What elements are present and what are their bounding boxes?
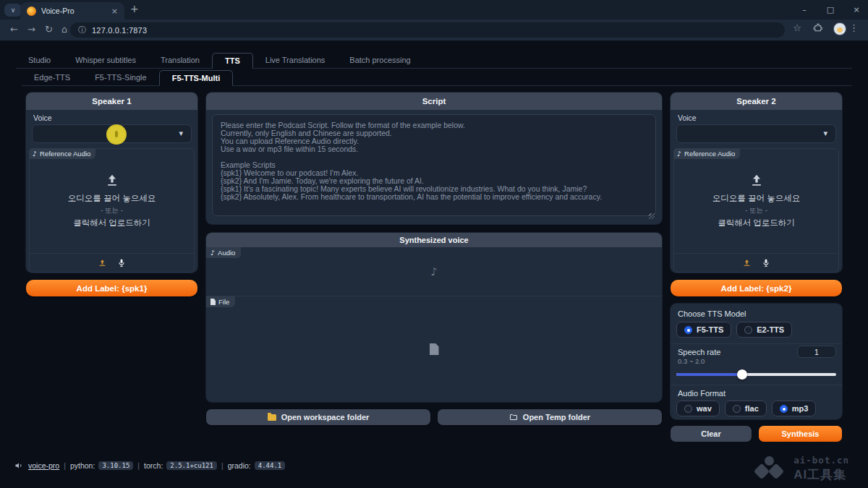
radio-unselected-icon: [733, 405, 741, 413]
folder-outline-icon: [509, 413, 518, 421]
window-controls: – □ ×: [800, 0, 861, 20]
back-icon[interactable]: ←: [10, 24, 18, 35]
voice-pro-favicon-icon: [27, 7, 36, 16]
microphone-icon[interactable]: [762, 258, 770, 267]
radio-mp3-label: mp3: [792, 404, 809, 413]
speaker1-add-label-button[interactable]: Add Label: {spk1}: [26, 280, 197, 296]
tab-search-button[interactable]: ∨: [4, 4, 22, 17]
site-info-icon[interactable]: ⓘ: [78, 25, 86, 35]
file-placeholder-icon: [206, 296, 662, 402]
tab-edge-tts[interactable]: Edge-TTS: [22, 69, 82, 85]
format-radio-group: wav flac mp3: [676, 401, 816, 416]
bookmark-star-icon[interactable]: ☆: [793, 22, 801, 33]
dropzone-line3: 클릭해서 업로드하기: [718, 218, 795, 228]
script-panel: Script Please enter the Podcast Script. …: [206, 93, 662, 224]
dropdown-arrow-icon: ▾: [179, 129, 183, 138]
audio-format-label: Audio Format: [678, 389, 726, 398]
radio-mp3[interactable]: mp3: [772, 401, 817, 416]
open-temp-folder-button[interactable]: Open Temp folder: [438, 409, 662, 425]
window-maximize-icon[interactable]: □: [826, 5, 835, 14]
script-title: Script: [206, 93, 662, 110]
speaker1-source-bar: [30, 253, 194, 272]
speaker2-reference-audio[interactable]: ♪ Reference Audio 오디오를 끌어 놓으세요 - 또는 - 클릭…: [673, 148, 839, 273]
profile-avatar[interactable]: [833, 22, 846, 35]
radio-e2-tts[interactable]: E2-TTS: [736, 322, 792, 338]
slider-knob[interactable]: [737, 369, 747, 380]
speaker2-add-label-button[interactable]: Add Label: {spk2}: [671, 280, 842, 296]
browser-menu-icon[interactable]: ⋮: [849, 22, 859, 33]
voice-pro-link[interactable]: voice-pro: [28, 461, 59, 470]
radio-f5-tts[interactable]: F5-TTS: [676, 322, 731, 338]
script-textarea[interactable]: Please enter the Podcast Script. Follow …: [212, 114, 656, 216]
upload-source-icon[interactable]: [98, 258, 107, 267]
speaker2-voice-label: Voice: [678, 114, 697, 122]
python-version-badge: 3.10.15: [98, 461, 133, 470]
tab-f5-tts-single[interactable]: F5-TTS-Single: [82, 69, 159, 85]
address-bar[interactable]: ⓘ 127.0.0.1:7873: [70, 22, 785, 38]
dropzone-line1: 오디오를 끌어 놓으세요: [68, 193, 156, 204]
speaker2-voice-dropdown[interactable]: ▾: [676, 124, 836, 143]
open-workspace-folder-button[interactable]: Open workspace folder: [206, 409, 430, 425]
microphone-icon[interactable]: [117, 258, 126, 267]
watermark-text: ai-bot.cn AI工具集: [793, 455, 849, 483]
watermark-site: ai-bot.cn: [793, 455, 849, 466]
upload-icon: [749, 174, 764, 188]
synthesized-voice-panel: Synthesized voice ♪ Audio ♪ File: [206, 233, 662, 402]
speech-rate-input[interactable]: 1: [797, 346, 836, 358]
tab-batch-processing[interactable]: Batch processing: [337, 52, 422, 68]
radio-selected-icon: [780, 405, 788, 413]
speaker1-title: Speaker 1: [26, 93, 197, 110]
browser-tab-strip: ∨ Voice-Pro × + – □ ×: [0, 0, 868, 20]
torch-version-badge: 2.5.1+cu121: [166, 461, 217, 470]
folder-icon: [268, 414, 276, 421]
upload-source-icon[interactable]: [742, 258, 752, 267]
extensions-icon[interactable]: [813, 22, 823, 33]
gradio-label: gradio:: [228, 461, 251, 470]
model-radio-group: F5-TTS E2-TTS: [676, 322, 792, 338]
slider-fill: [676, 373, 742, 376]
divider: [671, 343, 842, 344]
speaker2-panel: Speaker 2 Voice ▾ ♪ Reference Audio 오디오를…: [671, 93, 842, 273]
browser-tab[interactable]: Voice-Pro ×: [20, 2, 124, 20]
speaker2-audio-dropzone[interactable]: 오디오를 끌어 놓으세요 - 또는 - 클릭해서 업로드하기: [674, 149, 838, 253]
dropzone-line2: - 또는 -: [101, 206, 123, 215]
tts-sub-tab-bar: Edge-TTS F5-TTS-Single F5-TTS-Multi: [22, 69, 852, 86]
footer: voice-pro | python: 3.10.15 | torch: 2.5…: [14, 460, 285, 471]
speaker-icon: [14, 461, 23, 470]
tab-tts[interactable]: TTS: [212, 53, 253, 69]
forward-icon[interactable]: →: [27, 24, 35, 35]
tab-f5-tts-multi[interactable]: F5-TTS-Multi: [159, 70, 234, 86]
close-tab-icon[interactable]: ×: [111, 7, 118, 16]
speaker2-source-bar: [674, 253, 838, 272]
torch-label: torch:: [144, 461, 163, 470]
tab-studio[interactable]: Studio: [16, 52, 63, 68]
textarea-resize-handle[interactable]: [649, 213, 655, 219]
radio-flac[interactable]: flac: [725, 401, 767, 416]
open-temp-folder-label: Open Temp folder: [523, 413, 590, 421]
tab-live-translations[interactable]: Live Translations: [253, 52, 338, 68]
clear-button[interactable]: Clear: [671, 426, 752, 442]
synthesized-file-section: File: [206, 296, 662, 402]
screen: ∨ Voice-Pro × + – □ × ← → ↻ ⌂ ⓘ 127.0.0.…: [0, 0, 868, 488]
speech-rate-slider[interactable]: [676, 369, 836, 380]
click-highlight-indicator: [106, 124, 127, 145]
dropzone-line1: 오디오를 끌어 놓으세요: [712, 193, 800, 204]
speaker1-audio-dropzone[interactable]: 오디오를 끌어 놓으세요 - 또는 - 클릭해서 업로드하기: [30, 149, 194, 253]
dropzone-line2: - 또는 -: [745, 206, 767, 215]
speaker1-reference-audio[interactable]: ♪ Reference Audio 오디오를 끌어 놓으세요 - 또는 - 클릭…: [29, 148, 195, 273]
new-tab-button[interactable]: +: [130, 3, 139, 14]
window-close-icon[interactable]: ×: [852, 5, 861, 14]
tab-translation[interactable]: Translation: [148, 52, 212, 68]
home-icon[interactable]: ⌂: [61, 24, 67, 35]
tab-whisper-subtitles[interactable]: Whisper subtitles: [63, 52, 148, 68]
radio-f5-tts-label: F5-TTS: [697, 325, 723, 334]
speech-rate-range: 0.3 ~ 2.0: [678, 357, 705, 365]
reload-icon[interactable]: ↻: [45, 24, 53, 35]
main-tab-bar: Studio Whisper subtitles Translation TTS…: [16, 52, 852, 69]
synthesis-button[interactable]: Synthesis: [759, 426, 842, 442]
dropzone-line3: 클릭해서 업로드하기: [73, 218, 150, 228]
audio-placeholder-icon: ♪: [206, 247, 662, 296]
synthesized-voice-title: Synthesized voice: [206, 233, 662, 247]
window-minimize-icon[interactable]: –: [800, 5, 809, 14]
radio-wav[interactable]: wav: [676, 401, 720, 416]
